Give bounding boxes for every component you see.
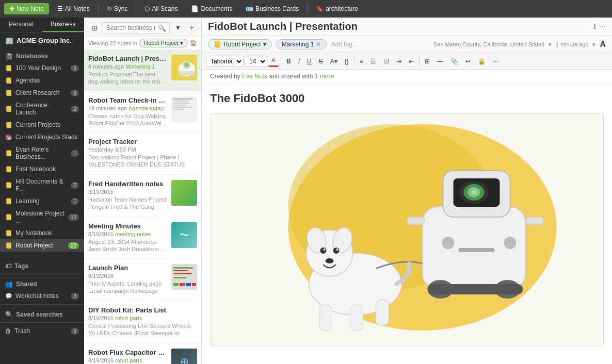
add-tag-button[interactable]: Add tag... xyxy=(331,41,357,48)
note-item[interactable]: Meeting Minutes 8/19/2016 meeting notes … xyxy=(84,217,201,259)
notebook-item-current-projects-stack[interactable]: 📚 Current Projects Stack xyxy=(0,131,84,143)
outdent-button[interactable]: ⇤ xyxy=(406,56,417,67)
font-color-button[interactable]: A xyxy=(268,55,279,67)
new-note-list-button[interactable]: + xyxy=(186,22,197,34)
note-item[interactable]: Project Tracker Yesterday 3:53 PM Dog-wa… xyxy=(84,133,201,175)
svg-rect-22 xyxy=(526,217,544,225)
all-notes-button[interactable]: ☰ All Notes xyxy=(52,3,95,14)
note-excerpt: Choose name for Dog-Walking Robot FidoBo… xyxy=(88,112,167,127)
note-item[interactable]: Robot Team Check-in Me... 19 minutes ago… xyxy=(84,91,201,133)
notebook-item-evan[interactable]: 📒 Evan Rote's Business... 1 xyxy=(0,143,84,163)
note-item[interactable]: Robot Flux Capacitor Dia... 8/19/2016 ro… xyxy=(84,343,201,364)
notebook-item-moleskine[interactable]: 📒 Moleskine Project ... 13 xyxy=(0,207,84,227)
note-title: Launch Plan xyxy=(88,264,167,272)
notebook-item-conference[interactable]: 📒 Conference Launch 2 xyxy=(0,99,84,119)
notebook-item-100-year[interactable]: 📒 100 Year Design 6 xyxy=(0,62,84,74)
encrypt-button[interactable]: 🔒 xyxy=(475,56,489,67)
workchat-item[interactable]: 💬 Workchat notes 3 xyxy=(0,290,84,302)
notebook-item-client-research[interactable]: 📒 Client Research 8 xyxy=(0,87,84,99)
search-box[interactable]: 🔍 xyxy=(103,22,170,34)
indent-button[interactable]: ⇥ xyxy=(393,56,405,67)
search-section-icon: 🔍 xyxy=(5,311,13,318)
font-size-select[interactable]: 14 xyxy=(245,56,267,67)
author-link[interactable]: Eva Nota xyxy=(242,73,267,80)
note-content[interactable]: The FidoBot 3000 xyxy=(202,84,612,364)
font-family-select[interactable]: Tahoma xyxy=(206,56,244,67)
new-note-button[interactable]: ✚ New Note xyxy=(4,3,49,14)
notebook-item-first[interactable]: 📒 First Notebook xyxy=(0,163,84,175)
more-shared-link[interactable]: 1 more xyxy=(315,73,334,80)
notebook-item-current-projects[interactable]: 📒 Current Projects xyxy=(0,119,84,131)
trash-item[interactable]: 🗑 Trash 9 xyxy=(0,325,84,337)
business-cards-button[interactable]: 🪪 Business Cards xyxy=(240,3,304,14)
more-format-button[interactable]: ⋯ xyxy=(490,56,502,67)
note-item[interactable]: DIY Robot Kit: Parts List 8/19/2016 robo… xyxy=(84,301,201,343)
note-excerpt: Dog-walking Robot Project | Phase I MILE… xyxy=(88,154,197,169)
notebook-item-icon: 📒 xyxy=(5,242,12,249)
plus-icon: ✚ xyxy=(9,5,14,12)
search-icon: 🔍 xyxy=(158,24,166,32)
divider-button[interactable]: — xyxy=(434,56,446,67)
notebook-item-icon: 📒 xyxy=(5,198,12,205)
documents-button[interactable]: 📄 Documents xyxy=(186,3,237,14)
svg-point-20 xyxy=(472,190,477,195)
notebook-item-robot[interactable]: 📒 Robot Project 22 xyxy=(0,239,84,252)
personal-tab[interactable]: Personal xyxy=(0,18,42,32)
notebook-item-learning[interactable]: 📒 Learning 1 xyxy=(0,195,84,207)
marketing-tag[interactable]: Marketing 1 ✕ xyxy=(276,39,327,49)
note-item[interactable]: Fred Handwritten notes 8/19/2016 Hackato… xyxy=(84,175,201,217)
svg-rect-25 xyxy=(459,248,495,252)
notebook-item-my-notebook[interactable]: 📒 My Notebook xyxy=(0,227,84,239)
strikethrough-button[interactable]: S xyxy=(316,56,326,67)
list-button[interactable]: ☰ xyxy=(367,56,379,67)
location-chevron[interactable]: ▾ xyxy=(549,41,552,48)
notebook-item-agendas[interactable]: 📒 Agendas xyxy=(0,74,84,87)
sort-button[interactable]: ▼ xyxy=(172,23,184,33)
table-button[interactable]: ⊞ xyxy=(422,56,433,67)
note-excerpt: August 23, 2014 Attendees Jane Smith Jos… xyxy=(88,238,167,253)
shared-header[interactable]: 👥 Shared xyxy=(0,276,84,290)
note-info: Meeting Minutes 8/19/2016 meeting notes … xyxy=(88,222,167,253)
notebook-item-hr[interactable]: 📒 HR Documents & F... 7 xyxy=(0,175,84,195)
sync-button[interactable]: ↻ Sync xyxy=(102,3,133,14)
account-tabs: Personal Business xyxy=(0,18,84,32)
note-item[interactable]: Launch Plan 8/19/2016 Priority Assets: L… xyxy=(84,259,201,301)
italic-button[interactable]: I xyxy=(295,56,303,67)
note-item[interactable]: FidoBot Launch | Presenta... 6 minutes a… xyxy=(84,49,201,91)
badge-workchat: 3 xyxy=(71,293,79,300)
architecture-tag-button[interactable]: 🔖 architecture xyxy=(311,3,363,14)
highlight-button[interactable]: A▾ xyxy=(327,56,341,67)
saved-searches-header[interactable]: 🔍 Saved searches xyxy=(0,307,84,320)
underline-button[interactable]: U xyxy=(304,56,315,67)
note-title: DIY Robot Kit: Parts List xyxy=(88,306,197,314)
format-bar: Tahoma 14 A B I U S A▾ {} ≡ ☰ ☑ ⇥ ⇤ ⊞ — … xyxy=(202,53,612,70)
note-info: FidoBot Launch | Presenta... 6 minutes a… xyxy=(88,55,167,86)
more-icon[interactable]: ⋯ xyxy=(599,23,606,30)
note-info: Robot Flux Capacitor Dia... 8/19/2016 ro… xyxy=(88,349,167,364)
search-input[interactable] xyxy=(106,24,156,31)
checkbox-button[interactable]: ☑ xyxy=(380,56,392,67)
note-heading: The FidoBot 3000 xyxy=(210,92,604,105)
business-tab[interactable]: Business xyxy=(42,18,85,32)
attachment-button[interactable]: 📎 xyxy=(447,56,461,67)
align-left-button[interactable]: ≡ xyxy=(357,56,366,67)
tags-header[interactable]: 🏷 Tags xyxy=(0,258,84,272)
time-chevron[interactable]: ▾ xyxy=(592,41,595,48)
all-scans-button[interactable]: ⬡ All Scans xyxy=(139,3,183,14)
notebooks-header[interactable]: 📓 Notebooks xyxy=(0,48,84,62)
view-toggle-button[interactable]: ⊞ xyxy=(88,22,101,34)
notebook-filter-tag[interactable]: Robot Project ▾ xyxy=(139,39,188,47)
sidebar-divider2 xyxy=(0,274,84,274)
note-title: Meeting Minutes xyxy=(88,222,167,230)
info-icon[interactable]: ℹ xyxy=(593,23,596,30)
code-button[interactable]: {} xyxy=(342,56,352,67)
badge-robot: 22 xyxy=(68,242,79,249)
note-title: Robot Team Check-in Me... xyxy=(88,96,167,104)
tag-close-icon[interactable]: ✕ xyxy=(316,41,321,48)
svg-rect-21 xyxy=(407,217,425,225)
bold-button[interactable]: B xyxy=(283,56,294,67)
font-icon[interactable]: A xyxy=(600,40,606,49)
undo-button[interactable]: ↩ xyxy=(462,56,474,67)
svg-rect-36 xyxy=(350,305,363,330)
robot-project-tag[interactable]: 📒 Robot Project ▾ xyxy=(208,39,272,49)
